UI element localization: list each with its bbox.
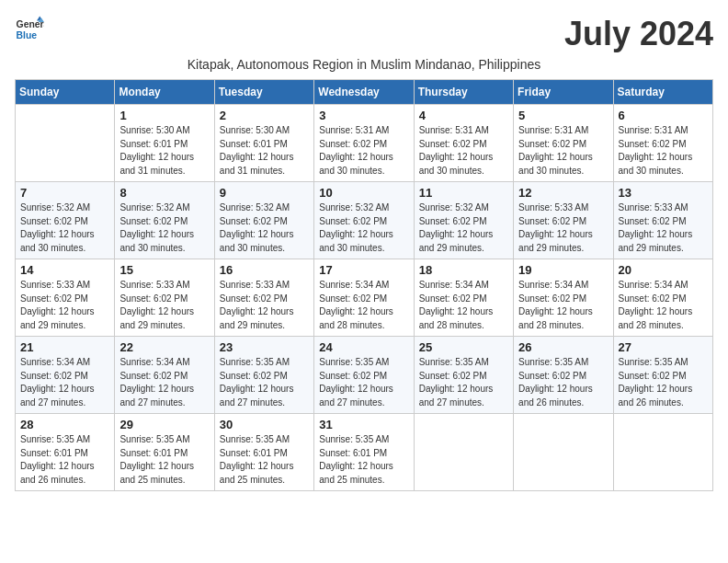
- day-info: Sunrise: 5:35 AMSunset: 6:02 PMDaylight:…: [518, 356, 608, 409]
- day-info: Sunrise: 5:32 AMSunset: 6:02 PMDaylight:…: [119, 201, 209, 255]
- day-info: Sunrise: 5:31 AMSunset: 6:02 PMDaylight:…: [319, 124, 408, 178]
- month-title: July 2024: [564, 15, 713, 53]
- calendar-cell: 18Sunrise: 5:34 AMSunset: 6:02 PMDayligh…: [414, 259, 513, 337]
- day-number: 29: [119, 418, 209, 431]
- calendar-cell: 12Sunrise: 5:33 AMSunset: 6:02 PMDayligh…: [514, 182, 613, 259]
- day-info: Sunrise: 5:35 AMSunset: 6:01 PMDaylight:…: [220, 433, 309, 487]
- day-number: 12: [518, 186, 608, 200]
- calendar-cell: 20Sunrise: 5:34 AMSunset: 6:02 PMDayligh…: [613, 259, 712, 337]
- calendar-cell: 27Sunrise: 5:35 AMSunset: 6:02 PMDayligh…: [613, 337, 712, 414]
- header: General Blue July 2024: [15, 15, 713, 53]
- day-info: Sunrise: 5:34 AMSunset: 6:02 PMDaylight:…: [619, 279, 708, 332]
- calendar-cell: 25Sunrise: 5:35 AMSunset: 6:02 PMDayligh…: [414, 337, 513, 414]
- calendar-cell: [16, 105, 115, 182]
- calendar-cell: 1Sunrise: 5:30 AMSunset: 6:01 PMDaylight…: [115, 105, 214, 182]
- calendar-cell: 13Sunrise: 5:33 AMSunset: 6:02 PMDayligh…: [613, 182, 712, 259]
- location-title: Kitapak, Autonomous Region in Muslim Min…: [15, 57, 713, 72]
- weekday-header-friday: Friday: [514, 80, 613, 105]
- calendar-cell: 10Sunrise: 5:32 AMSunset: 6:02 PMDayligh…: [314, 182, 414, 259]
- day-number: 20: [619, 263, 708, 277]
- calendar-cell: 21Sunrise: 5:34 AMSunset: 6:02 PMDayligh…: [16, 337, 115, 414]
- calendar-cell: 24Sunrise: 5:35 AMSunset: 6:02 PMDayligh…: [314, 337, 414, 414]
- weekday-header-tuesday: Tuesday: [214, 80, 313, 105]
- day-number: 16: [220, 263, 309, 277]
- calendar-cell: 22Sunrise: 5:34 AMSunset: 6:02 PMDayligh…: [115, 337, 214, 414]
- day-number: 19: [518, 263, 608, 277]
- day-number: 2: [220, 109, 309, 122]
- calendar-cell: [414, 414, 513, 491]
- logo-icon: General Blue: [15, 15, 44, 44]
- calendar-cell: 6Sunrise: 5:31 AMSunset: 6:02 PMDaylight…: [613, 105, 712, 182]
- day-info: Sunrise: 5:34 AMSunset: 6:02 PMDaylight:…: [119, 356, 209, 409]
- calendar-cell: 8Sunrise: 5:32 AMSunset: 6:02 PMDaylight…: [115, 182, 214, 259]
- calendar-cell: 19Sunrise: 5:34 AMSunset: 6:02 PMDayligh…: [514, 259, 613, 337]
- day-number: 1: [119, 109, 209, 122]
- day-info: Sunrise: 5:31 AMSunset: 6:02 PMDaylight:…: [518, 124, 608, 178]
- day-info: Sunrise: 5:32 AMSunset: 6:02 PMDaylight:…: [20, 201, 109, 255]
- day-number: 13: [619, 186, 708, 200]
- day-info: Sunrise: 5:31 AMSunset: 6:02 PMDaylight:…: [419, 124, 508, 178]
- day-number: 4: [419, 109, 508, 122]
- day-number: 6: [619, 109, 708, 122]
- calendar-cell: 31Sunrise: 5:35 AMSunset: 6:01 PMDayligh…: [314, 414, 414, 491]
- calendar-cell: 9Sunrise: 5:32 AMSunset: 6:02 PMDaylight…: [214, 182, 313, 259]
- day-number: 21: [20, 340, 109, 354]
- day-info: Sunrise: 5:30 AMSunset: 6:01 PMDaylight:…: [119, 124, 209, 178]
- calendar-cell: 15Sunrise: 5:33 AMSunset: 6:02 PMDayligh…: [115, 259, 214, 337]
- day-number: 17: [319, 263, 408, 277]
- logo: General Blue: [15, 15, 44, 44]
- day-info: Sunrise: 5:32 AMSunset: 6:02 PMDaylight:…: [220, 201, 309, 255]
- calendar-cell: 11Sunrise: 5:32 AMSunset: 6:02 PMDayligh…: [414, 182, 513, 259]
- day-number: 30: [220, 418, 309, 431]
- calendar-cell: [613, 414, 712, 491]
- calendar-cell: 28Sunrise: 5:35 AMSunset: 6:01 PMDayligh…: [16, 414, 115, 491]
- day-info: Sunrise: 5:35 AMSunset: 6:02 PMDaylight:…: [619, 356, 708, 409]
- day-number: 28: [20, 418, 109, 431]
- weekday-header-monday: Monday: [115, 80, 214, 105]
- calendar-cell: 4Sunrise: 5:31 AMSunset: 6:02 PMDaylight…: [414, 105, 513, 182]
- day-info: Sunrise: 5:34 AMSunset: 6:02 PMDaylight:…: [419, 279, 508, 332]
- day-number: 8: [119, 186, 209, 200]
- day-info: Sunrise: 5:35 AMSunset: 6:01 PMDaylight:…: [319, 433, 408, 487]
- day-number: 11: [419, 186, 508, 200]
- day-number: 24: [319, 340, 408, 354]
- calendar-cell: 17Sunrise: 5:34 AMSunset: 6:02 PMDayligh…: [314, 259, 414, 337]
- day-number: 18: [419, 263, 508, 277]
- day-number: 14: [20, 263, 109, 277]
- calendar-cell: [514, 414, 613, 491]
- day-info: Sunrise: 5:33 AMSunset: 6:02 PMDaylight:…: [518, 201, 608, 255]
- calendar: SundayMondayTuesdayWednesdayThursdayFrid…: [15, 79, 713, 491]
- day-info: Sunrise: 5:35 AMSunset: 6:01 PMDaylight:…: [119, 433, 209, 487]
- day-info: Sunrise: 5:34 AMSunset: 6:02 PMDaylight:…: [518, 279, 608, 332]
- day-info: Sunrise: 5:31 AMSunset: 6:02 PMDaylight:…: [619, 124, 708, 178]
- day-number: 10: [319, 186, 408, 200]
- day-info: Sunrise: 5:34 AMSunset: 6:02 PMDaylight:…: [20, 356, 109, 409]
- day-info: Sunrise: 5:34 AMSunset: 6:02 PMDaylight:…: [319, 279, 408, 332]
- day-number: 3: [319, 109, 408, 122]
- calendar-cell: 5Sunrise: 5:31 AMSunset: 6:02 PMDaylight…: [514, 105, 613, 182]
- calendar-cell: 26Sunrise: 5:35 AMSunset: 6:02 PMDayligh…: [514, 337, 613, 414]
- calendar-cell: 23Sunrise: 5:35 AMSunset: 6:02 PMDayligh…: [214, 337, 313, 414]
- day-number: 27: [619, 340, 708, 354]
- day-number: 9: [220, 186, 309, 200]
- day-info: Sunrise: 5:35 AMSunset: 6:02 PMDaylight:…: [220, 356, 309, 409]
- day-info: Sunrise: 5:35 AMSunset: 6:02 PMDaylight:…: [319, 356, 408, 409]
- day-info: Sunrise: 5:33 AMSunset: 6:02 PMDaylight:…: [619, 201, 708, 255]
- day-number: 5: [518, 109, 608, 122]
- day-info: Sunrise: 5:33 AMSunset: 6:02 PMDaylight:…: [119, 279, 209, 332]
- calendar-cell: 14Sunrise: 5:33 AMSunset: 6:02 PMDayligh…: [16, 259, 115, 337]
- svg-text:Blue: Blue: [17, 30, 38, 40]
- calendar-cell: 3Sunrise: 5:31 AMSunset: 6:02 PMDaylight…: [314, 105, 414, 182]
- day-info: Sunrise: 5:32 AMSunset: 6:02 PMDaylight:…: [319, 201, 408, 255]
- day-number: 7: [20, 186, 109, 200]
- day-number: 26: [518, 340, 608, 354]
- day-info: Sunrise: 5:33 AMSunset: 6:02 PMDaylight:…: [220, 279, 309, 332]
- weekday-header-thursday: Thursday: [414, 80, 513, 105]
- day-number: 23: [220, 340, 309, 354]
- day-info: Sunrise: 5:35 AMSunset: 6:02 PMDaylight:…: [419, 356, 508, 409]
- day-number: 22: [119, 340, 209, 354]
- calendar-cell: 7Sunrise: 5:32 AMSunset: 6:02 PMDaylight…: [16, 182, 115, 259]
- day-number: 31: [319, 418, 408, 431]
- calendar-cell: 29Sunrise: 5:35 AMSunset: 6:01 PMDayligh…: [115, 414, 214, 491]
- weekday-header-saturday: Saturday: [613, 80, 712, 105]
